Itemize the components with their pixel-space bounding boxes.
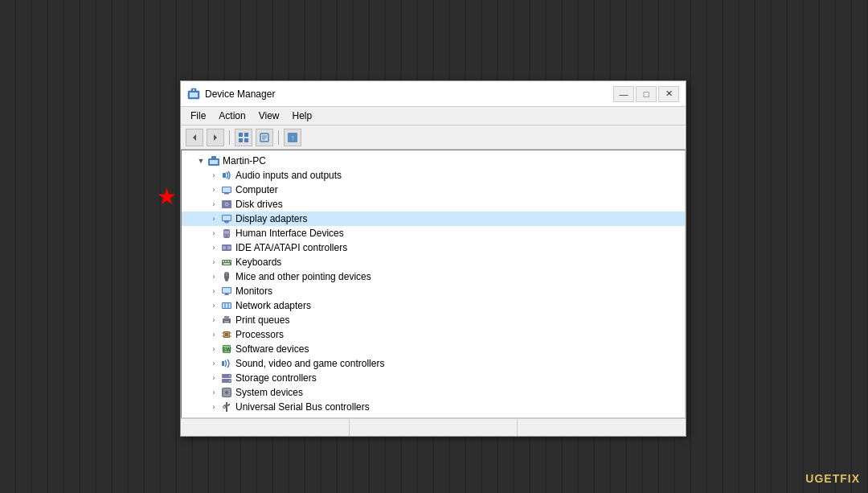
tree-item-ide[interactable]: › IDE ATA/ATAPI controllers [182,240,685,255]
hid-icon [220,227,233,240]
storage-label: Storage controllers [235,372,317,384]
device-tree[interactable]: ▼ Martin-PC › Audio in [181,150,686,418]
tree-item-network[interactable]: › Network adapters [182,298,685,313]
svg-rect-68 [222,361,224,366]
svg-rect-56 [224,321,229,322]
svg-rect-41 [230,261,231,262]
forward-button[interactable] [207,129,224,146]
system-label: System devices [235,387,303,398]
svg-rect-42 [223,263,230,265]
arrow: › [207,359,220,368]
sound-icon [220,357,233,370]
svg-rect-19 [223,173,226,178]
svg-rect-40 [227,261,229,262]
tree-item-computer[interactable]: › Computer [182,183,685,197]
status-section-1 [181,419,350,436]
monitors-label: Monitors [235,286,272,297]
tree-root[interactable]: ▼ Martin-PC [182,154,685,168]
svg-point-33 [227,235,229,236]
ide-icon [220,241,233,254]
display-icon [220,212,233,225]
toolbar-separator-2 [278,130,279,145]
computer-label: Computer [235,184,278,195]
svg-marker-5 [214,134,217,141]
svg-point-32 [224,235,226,236]
svg-rect-47 [223,288,231,293]
tree-item-print[interactable]: › Print queues [182,313,685,327]
svg-point-3 [193,89,194,91]
tree-item-sound[interactable]: › Sound, video and game controllers [182,356,685,371]
update-driver-button[interactable]: ↑ [284,129,301,146]
software-icon: SW [220,343,233,355]
tree-item-software[interactable]: › SW Software devices [182,342,685,356]
tree-item-mice[interactable]: › Mice and other pointing devices [182,269,685,284]
svg-point-45 [225,278,228,281]
tree-item-storage[interactable]: › Storage controllers [182,371,685,385]
root-arrow: ▼ [194,157,207,165]
close-button[interactable]: ✕ [658,86,679,102]
arrow: › [207,345,220,353]
svg-text:SW: SW [222,347,231,352]
processors-label: Processors [235,329,284,340]
arrow: › [207,186,220,194]
watermark: UGETFIX [805,472,860,485]
svg-point-25 [226,203,227,205]
svg-rect-1 [190,92,198,97]
hid-label: Human Interface Devices [235,228,344,239]
tree-item-disk[interactable]: › Disk drives [182,197,685,212]
software-label: Software devices [235,343,309,355]
menu-view[interactable]: View [252,109,286,123]
menu-file[interactable]: File [184,109,212,123]
print-icon [220,314,233,327]
monitors-icon [220,285,233,298]
sound-label: Sound, video and game controllers [235,358,384,369]
minimize-button[interactable]: — [613,86,634,102]
device-manager-window: Device Manager — □ ✕ File Action View He… [180,80,686,437]
back-button[interactable] [186,129,203,146]
menu-action[interactable]: Action [212,109,252,123]
arrow: › [207,331,220,339]
svg-rect-51 [223,303,231,308]
root-icon [207,154,220,167]
svg-rect-27 [223,216,231,220]
tree-item-monitors[interactable]: › Monitors [182,284,685,298]
toolbar-separator-1 [229,130,230,145]
arrow: › [207,171,220,179]
maximize-button[interactable]: □ [636,86,657,102]
tree-item-hid[interactable]: › Human Interface Devices [182,226,685,240]
svg-rect-17 [210,160,218,164]
svg-point-72 [229,380,231,382]
mice-icon [220,270,233,283]
mice-label: Mice and other pointing devices [235,271,371,282]
menu-help[interactable]: Help [286,109,319,123]
tree-item-usb[interactable]: › Universal Serial Bus controllers [182,400,685,414]
tree-item-display[interactable]: › Display adapters [182,212,685,226]
arrow: › [207,200,220,208]
svg-rect-57 [224,323,229,323]
svg-rect-60 [225,333,228,336]
svg-rect-36 [227,246,231,249]
arrow: › [207,273,220,281]
status-section-2 [350,419,518,436]
tree-item-processors[interactable]: › Processors [182,327,685,342]
title-bar: Device Manager — □ ✕ [181,81,686,107]
storage-icon [220,372,233,384]
menu-bar: File Action View Help [181,107,686,125]
svg-rect-78 [228,404,230,405]
properties-button[interactable] [256,129,273,146]
status-bar [181,418,686,436]
tree-item-keyboards[interactable]: › Keyboards [182,255,685,269]
display-label: Display adapters [235,213,307,224]
toolbar: ↑ [181,125,686,150]
network-icon [220,299,233,312]
computer-icon [220,183,233,196]
root-label: Martin-PC [223,155,266,166]
svg-marker-4 [193,134,196,141]
svg-rect-22 [224,193,229,195]
ide-label: IDE ATA/ATAPI controllers [235,242,347,253]
network-label: Network adapters [235,300,311,311]
tree-item-audio[interactable]: › Audio inputs and outputs [182,168,685,183]
tree-item-system[interactable]: › System devices [182,385,685,400]
svg-rect-48 [225,294,228,294]
view-grid-button[interactable] [235,129,252,146]
